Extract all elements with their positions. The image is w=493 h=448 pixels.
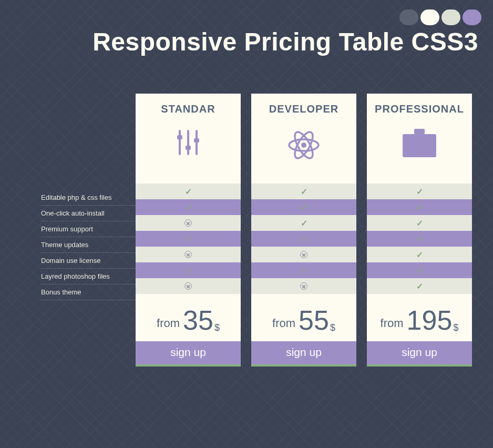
price-amount: 195 xyxy=(407,307,453,334)
plan-price: from 195 $ xyxy=(367,294,472,341)
plan-name: STANDAR xyxy=(136,103,241,115)
feature-label: Premium support xyxy=(41,221,136,237)
feature-label: Bonus theme xyxy=(41,284,136,300)
feature-cell: ✓ xyxy=(367,247,472,262)
feature-cell: ✓ xyxy=(136,199,241,215)
price-currency: $ xyxy=(330,322,335,333)
cross-icon xyxy=(184,235,192,242)
plan-header: PROFESSIONAL xyxy=(367,94,472,184)
plan-card-standar: STANDAR ✓ ✓ xyxy=(136,94,241,366)
price-amount: 55 xyxy=(299,307,329,334)
signup-button[interactable]: sign up xyxy=(251,341,356,364)
feature-cell: ✓ xyxy=(251,215,356,231)
svg-rect-4 xyxy=(186,146,191,150)
feature-column: ✓ ✓ ✓ ✓ ✓ ✓ ✓ xyxy=(367,184,472,294)
price-amount: 35 xyxy=(183,307,213,334)
swatch-cream xyxy=(420,9,439,25)
plan-price: from 35 $ xyxy=(136,294,241,341)
cross-icon xyxy=(300,251,307,258)
check-icon: ✓ xyxy=(416,250,423,260)
feature-cell xyxy=(136,231,241,247)
plan-price: from 55 $ xyxy=(251,294,356,341)
price-currency: $ xyxy=(453,322,458,333)
feature-cell: ✓ xyxy=(251,199,356,215)
cross-icon xyxy=(184,267,192,274)
feature-cell: ✓ xyxy=(251,184,356,199)
feature-cell: ✓ xyxy=(367,215,472,231)
price-prefix: from xyxy=(272,317,295,330)
cross-icon xyxy=(300,282,307,290)
feature-cell xyxy=(251,262,356,278)
feature-cell xyxy=(251,247,356,262)
feature-cell: ✓ xyxy=(367,262,472,278)
feature-cell xyxy=(136,215,241,231)
check-icon: ✓ xyxy=(416,187,423,197)
feature-cell: ✓ xyxy=(367,231,472,247)
plan-card-developer: DEVELOPER ✓ ✓ ✓ xyxy=(251,94,356,366)
svg-rect-11 xyxy=(403,134,436,157)
plan-header: DEVELOPER xyxy=(251,94,356,184)
feature-cell xyxy=(251,278,356,294)
feature-label: Layred photoshop files xyxy=(41,269,136,284)
svg-rect-5 xyxy=(194,138,199,142)
atom-icon xyxy=(251,127,356,164)
price-currency: $ xyxy=(214,322,220,333)
feature-cell: ✓ xyxy=(367,278,472,294)
feature-label: One-click auto-install xyxy=(41,206,136,221)
feature-label: Theme updates xyxy=(41,237,136,253)
feature-cell xyxy=(136,278,241,294)
check-icon: ✓ xyxy=(185,202,192,212)
feature-cell xyxy=(136,247,241,262)
feature-cell: ✓ xyxy=(367,184,472,199)
check-icon: ✓ xyxy=(416,281,423,291)
check-icon: ✓ xyxy=(185,187,192,197)
svg-rect-10 xyxy=(414,129,425,134)
feature-column: ✓ ✓ ✓ xyxy=(251,184,356,294)
check-icon: ✓ xyxy=(416,234,423,244)
cross-icon xyxy=(184,282,192,290)
feature-column: ✓ ✓ xyxy=(136,184,241,294)
plan-name: DEVELOPER xyxy=(251,103,356,115)
briefcase-icon xyxy=(367,127,472,160)
sliders-icon xyxy=(136,127,241,158)
signup-button[interactable]: sign up xyxy=(136,341,241,364)
cross-icon xyxy=(184,251,192,258)
feature-label: Editable php & css files xyxy=(41,190,136,206)
color-swatches xyxy=(399,9,481,25)
check-icon: ✓ xyxy=(416,202,423,212)
plan-header: STANDAR xyxy=(136,94,241,184)
check-icon: ✓ xyxy=(301,187,307,197)
feature-cell xyxy=(136,262,241,278)
cross-icon xyxy=(184,219,192,227)
swatch-grey xyxy=(441,9,460,25)
svg-rect-3 xyxy=(177,135,182,139)
cross-icon xyxy=(300,267,307,274)
feature-label: Domain use license xyxy=(41,253,136,269)
check-icon: ✓ xyxy=(416,218,423,228)
check-icon: ✓ xyxy=(416,266,423,276)
feature-cell xyxy=(251,231,356,247)
page-title: Responsive Pricing Table CSS3 xyxy=(0,27,478,56)
feature-labels: Editable php & css files One-click auto-… xyxy=(41,94,136,300)
price-prefix: from xyxy=(157,317,180,330)
plan-name: PROFESSIONAL xyxy=(367,103,472,115)
swatch-dark xyxy=(399,9,418,25)
cross-icon xyxy=(300,235,307,242)
plan-card-professional: PROFESSIONAL ✓ ✓ ✓ ✓ ✓ ✓ ✓ from 19 xyxy=(367,94,472,366)
swatch-purple xyxy=(463,9,481,25)
pricing-cards: STANDAR ✓ ✓ xyxy=(136,94,472,366)
signup-button[interactable]: sign up xyxy=(367,341,472,364)
check-icon: ✓ xyxy=(301,218,307,228)
feature-cell: ✓ xyxy=(136,184,241,199)
check-icon: ✓ xyxy=(301,202,307,212)
feature-cell: ✓ xyxy=(367,199,472,215)
price-prefix: from xyxy=(381,317,404,330)
svg-point-9 xyxy=(301,142,306,148)
